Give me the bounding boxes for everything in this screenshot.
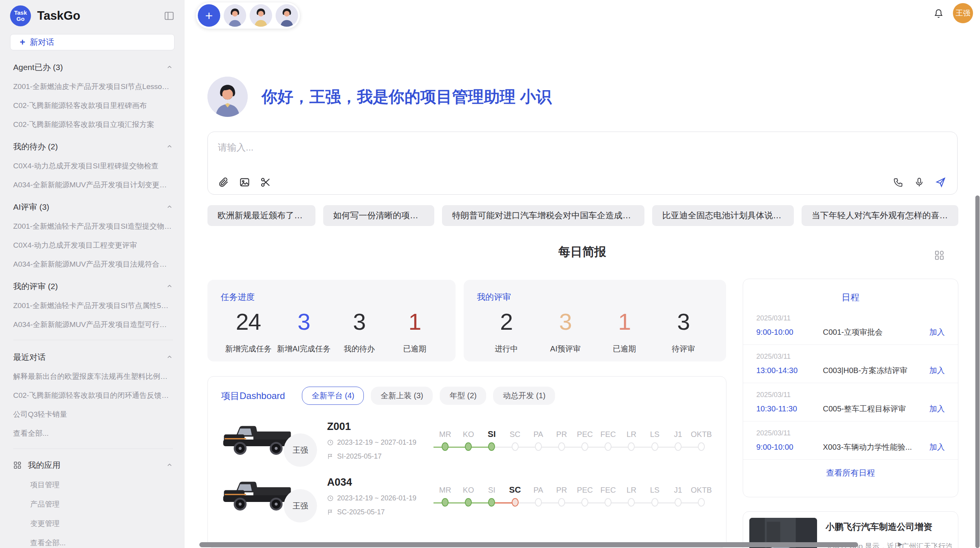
recent-conversation-item[interactable]: 解释最新出台的欧盟报废车法规再生塑料比例被调至15%... [13,372,173,382]
sidebar-task-item[interactable]: A034-全新新能源MUV产品开发项目造型可行性评审 [13,320,173,330]
project-row-A034[interactable]: 王强A0342023-12-19 ~ 2026-01-19SC-2025-05-… [221,476,713,516]
suggestion-chip-2[interactable]: 特朗普可能对进口汽车增税会对中国车企造成哪些影响 [442,205,644,226]
chevron-up-icon[interactable] [166,354,173,361]
milestone-PA: PA [527,484,550,508]
chevron-up-icon[interactable] [166,143,173,150]
milestone-KO: KO [457,484,480,508]
attachment-icon[interactable] [218,176,230,188]
join-link[interactable]: 加入 [929,404,945,414]
section-header-3[interactable]: 我的评审 (2) [13,281,173,292]
microphone-icon[interactable] [914,177,925,188]
dashboard-tab-3[interactable]: 动总开发 (1) [493,387,555,405]
stat-label: 待评审 [654,344,713,354]
notifications-bell-icon[interactable] [933,8,944,19]
stat-label: 我的待办 [332,344,387,354]
suggestion-chip-4[interactable]: 当下年轻人对汽车外观有怎样的喜好趋势 [802,205,958,226]
milestone-PR: PR [550,484,573,508]
divider [13,449,173,449]
horizontal-scrollbar[interactable] [199,542,858,547]
sidebar-sections: Agent已办 (3)Z001-全新燃油皮卡产品开发项目SI节点Lesson L… [13,62,173,330]
suggestion-chip-1[interactable]: 如何写一份清晰的项目周报 [323,205,434,226]
section-header-2[interactable]: AI评审 (3) [13,202,173,212]
sidebar-task-item[interactable]: Z001-全新燃油皮卡产品开发项目SI节点Lesson Learn报告 [13,82,173,92]
chevron-up-icon[interactable] [166,204,173,211]
sidebar-task-item[interactable]: A034-全新新能源MUV产品开发项目计划变更表编写 [13,180,173,190]
chevron-up-icon[interactable] [166,462,173,469]
section-title: Agent已办 (3) [13,62,63,73]
app-child-item[interactable]: 项目管理 [13,480,173,490]
milestone-dot [488,442,495,451]
app-child-item[interactable]: 产品管理 [13,499,173,509]
vertical-scrollbar[interactable] [975,195,980,548]
avatar-3[interactable] [276,4,298,27]
sidebar-task-item[interactable]: C02-飞腾新能源轻客改款项目立项汇报方案 [13,120,173,130]
stat-label: 新增完成任务 [221,344,276,354]
view-all-conversations[interactable]: 查看全部... [13,428,173,438]
suggestion-chips: 欧洲新规最近颁布了什么?如何写一份清晰的项目周报特朗普可能对进口汽车增税会对中国… [207,205,958,226]
milestone-dot [605,442,612,451]
schedule-date: 2025/03/11 [756,353,945,361]
section-header-1[interactable]: 我的待办 (2) [13,141,173,152]
sidebar-task-item[interactable]: C0X4-动力总成开发项目工程变更评审 [13,240,173,250]
stat-value: 3 [536,308,595,335]
scissors-icon[interactable] [260,176,271,188]
sidebar-task-item[interactable]: C02-飞腾新能源轻客改款项目里程碑画布 [13,101,173,111]
new-chat-label: 新对话 [30,37,54,48]
phone-icon[interactable] [893,177,904,188]
project-row-Z001[interactable]: 王强Z0012023-12-19 ~ 2027-01-19SI-2025-05-… [221,420,713,461]
dashboard-tab-0[interactable]: 全新平台 (4) [302,387,364,405]
milestone-timeline: MRKOSISCPAPRPECFECLRLSJ1OKTB [433,484,713,508]
sidebar-task-item[interactable]: Z001-全新燃油轻卡产品开发项目SI节点属性5D文件评审 [13,301,173,311]
stat-label: 进行中 [477,344,536,354]
suggestion-chip-3[interactable]: 比亚迪全固态电池计划具体说了什么 [652,205,794,226]
user-avatar[interactable]: 王强 [953,3,973,23]
sidebar-collapse-icon[interactable] [164,10,175,21]
section-title: 我的评审 (2) [13,281,58,292]
add-agent-button[interactable]: + [198,4,220,27]
schedule-time: 10:30-11:30 [756,404,814,413]
section-header-0[interactable]: Agent已办 (3) [13,62,173,73]
sidebar-task-item[interactable]: C0X4-动力总成开发项目SI里程碑提交物检查 [13,161,173,171]
send-icon[interactable] [935,176,946,188]
new-chat-button[interactable]: + 新对话 [10,34,175,50]
recent-conversation-item[interactable]: 公司Q3轻卡销量 [13,409,173,420]
avatar-1[interactable] [224,4,246,27]
suggestion-chip-0[interactable]: 欧洲新规最近颁布了什么? [207,205,315,226]
stat-我的待办: 3我的待办 [332,308,387,354]
flag-icon [327,453,334,460]
join-link[interactable]: 加入 [929,327,945,337]
view-all-apps[interactable]: 查看全部... [13,538,173,548]
milestone-dot [698,442,705,451]
clock-icon [327,495,334,502]
chevron-up-icon[interactable] [166,283,173,290]
chat-input[interactable] [218,141,947,172]
recent-title: 最近对话 [13,352,46,363]
milestone-SI: SI [480,428,503,452]
avatar-2[interactable] [250,4,272,27]
join-link[interactable]: 加入 [929,442,945,452]
project-flag: SC-2025-05-17 [327,508,426,516]
app-child-item[interactable]: 变更管理 [13,519,173,529]
milestone-label: PEC [573,484,596,497]
dashboard-tab-2[interactable]: 年型 (2) [440,387,486,405]
view-all-schedule-link[interactable]: 查看所有日程 [743,459,958,486]
milestone-label: PR [550,428,573,442]
chevron-up-icon[interactable] [166,64,173,71]
apps-grid-icon [13,461,22,469]
project-owner-badge: 王强 [284,433,317,467]
project-dates: 2023-12-19 ~ 2027-01-19 [327,438,426,447]
image-icon[interactable] [239,176,250,188]
sidebar-task-item[interactable]: Z001-全新燃油轻卡产品开发项目SI造型提交物评审 [13,221,173,231]
sidebar-item-my-apps[interactable]: 我的应用 [13,460,173,471]
section-title: AI评审 (3) [13,202,49,212]
layout-grid-icon[interactable] [934,249,945,261]
join-link[interactable]: 加入 [929,365,945,376]
recent-header[interactable]: 最近对话 [13,352,173,363]
scroll-right-arrow[interactable]: ▶ [898,541,903,548]
dashboard-tab-1[interactable]: 全新上装 (3) [371,387,433,405]
sidebar-task-item[interactable]: A034-全新新能源MUV产品开发项目法规符合性评审 [13,259,173,269]
stat-进行中: 2进行中 [477,308,536,354]
briefing-stat-cards: 任务进度24新增完成任务3新增AI完成任务3我的待办1已逾期我的评审2进行中3A… [207,280,726,361]
date-range: 2023-12-19 ~ 2027-01-19 [337,438,416,447]
recent-conversation-item[interactable]: C02-飞腾新能源轻客改款项目的闭环通告反馈情况 [13,390,173,401]
